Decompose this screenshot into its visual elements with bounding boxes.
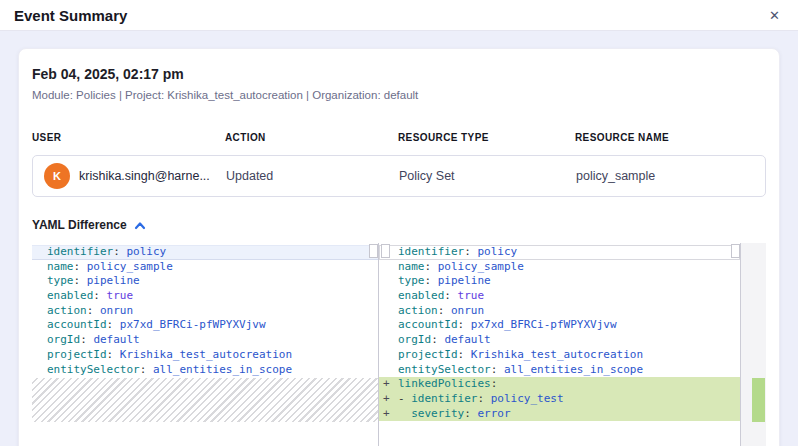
- code-line: +linkedPolicies:: [379, 377, 740, 392]
- event-timestamp: Feb 04, 2025, 02:17 pm: [32, 66, 766, 82]
- code-line: accountId: px7xd_BFRCi-pfWPYXVjvw: [32, 318, 378, 333]
- code-line: + severity: error: [379, 407, 740, 422]
- diff-overview-ruler[interactable]: [741, 243, 766, 446]
- diff-placeholder-hatch: [32, 378, 378, 422]
- diff-add-marker: +: [383, 407, 390, 422]
- code-line: accountId: px7xd_BFRCi-pfWPYXVjvw: [379, 318, 740, 333]
- diff-add-marker: +: [383, 377, 390, 392]
- code-line: projectId: Krishika_test_autocreation: [32, 348, 378, 363]
- code-line: enabled: true: [379, 289, 740, 304]
- code-line: entitySelector: all_entities_in_scope: [379, 363, 740, 378]
- diff-left-code: identifier: policyname: policy_sampletyp…: [32, 243, 378, 377]
- action-value: Updated: [226, 169, 399, 183]
- user-email: krishika.singh@harne...: [79, 169, 210, 183]
- user-cell: K krishika.singh@harne...: [33, 163, 226, 189]
- code-line: orgId: default: [379, 333, 740, 348]
- code-line: enabled: true: [32, 289, 378, 304]
- resource-type-value: Policy Set: [399, 169, 576, 183]
- code-line: identifier: policy: [32, 245, 378, 260]
- column-header-action: ACTION: [225, 132, 398, 143]
- avatar: K: [44, 163, 70, 189]
- diff-right-code: identifier: policyname: policy_sampletyp…: [379, 243, 740, 377]
- code-line: name: policy_sample: [32, 260, 378, 275]
- yaml-difference-toggle[interactable]: YAML Difference: [32, 218, 146, 232]
- event-context: Module: Policies | Project: Krishika_tes…: [32, 89, 766, 101]
- audit-table-header: USER ACTION RESOURCE TYPE RESOURCE NAME: [32, 132, 766, 143]
- code-line: type: pipeline: [32, 274, 378, 289]
- code-line: identifier: policy: [379, 245, 740, 260]
- column-header-resource-type: RESOURCE TYPE: [398, 132, 575, 143]
- close-icon: ✕: [769, 8, 780, 23]
- table-row: K krishika.singh@harne... Updated Policy…: [32, 155, 766, 197]
- column-header-resource-name: RESOURCE NAME: [575, 132, 766, 143]
- resource-name-value: policy_sample: [576, 169, 765, 183]
- code-line: orgId: default: [32, 333, 378, 348]
- diff-pane-modified[interactable]: identifier: policyname: policy_sampletyp…: [379, 243, 741, 446]
- overview-ruler-added-marker: [752, 378, 765, 422]
- dialog-header: Event Summary ✕: [0, 0, 798, 31]
- yaml-diff-editor: identifier: policyname: policy_sampletyp…: [32, 243, 766, 446]
- left-scrollbar-thumb[interactable]: [369, 244, 378, 258]
- dialog-title: Event Summary: [14, 7, 127, 24]
- yaml-difference-label: YAML Difference: [32, 218, 127, 232]
- right-pane-left-scrollbar-thumb[interactable]: [381, 244, 390, 258]
- right-scrollbar-thumb[interactable]: [731, 244, 740, 258]
- code-line: entitySelector: all_entities_in_scope: [32, 363, 378, 378]
- code-line: projectId: Krishika_test_autocreation: [379, 348, 740, 363]
- column-header-user: USER: [32, 132, 225, 143]
- diff-pane-original[interactable]: identifier: policyname: policy_sampletyp…: [32, 243, 378, 446]
- code-line: action: onrun: [32, 304, 378, 319]
- code-line: name: policy_sample: [379, 260, 740, 275]
- diff-add-marker: +: [383, 392, 390, 407]
- event-card: Feb 04, 2025, 02:17 pm Module: Policies …: [18, 48, 780, 446]
- chevron-up-icon: [134, 221, 146, 230]
- close-button[interactable]: ✕: [767, 7, 782, 24]
- code-line: action: onrun: [379, 304, 740, 319]
- code-line: +- identifier: policy_test: [379, 392, 740, 407]
- diff-added-block: +linkedPolicies:+- identifier: policy_te…: [379, 377, 740, 421]
- code-line: type: pipeline: [379, 274, 740, 289]
